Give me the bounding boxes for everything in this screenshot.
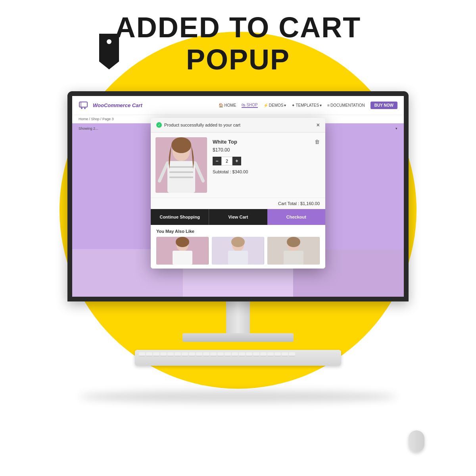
- svg-point-5: [84, 107, 86, 109]
- nav-documentation[interactable]: ≡ DOCUMENTATION: [327, 103, 365, 107]
- page-title-line2: POPUP: [0, 43, 476, 76]
- popup-success-message: ✓ Product successfully added to your car…: [156, 122, 240, 128]
- svg-point-1: [107, 39, 111, 44]
- nav-home[interactable]: 🏠 HOME: [219, 103, 236, 107]
- website-content: WooCommerce Cart 🏠 HOME 🛍 SHOP ⚡ DEMOS ▾…: [72, 96, 404, 297]
- monitor-stand-neck: [226, 301, 250, 333]
- also-like-title: You May Also Like: [156, 229, 320, 234]
- popup-action-buttons: Continue Shopping View Cart Checkout: [151, 209, 325, 225]
- svg-point-25: [287, 237, 300, 247]
- logo-text: WooCommerce Cart: [93, 102, 142, 108]
- page-title-line1: ADDED TO CART: [0, 12, 476, 43]
- product-image-svg: [155, 137, 207, 193]
- delete-icon[interactable]: 🗑: [315, 139, 320, 145]
- also-like-item-3[interactable]: [267, 237, 320, 265]
- nav-demos[interactable]: ⚡ DEMOS ▾: [263, 103, 286, 107]
- svg-marker-0: [99, 34, 119, 69]
- nav-items: 🏠 HOME 🛍 SHOP ⚡ DEMOS ▾ ✦ TEMPLATES ▾ ≡ …: [219, 102, 397, 109]
- page-title-area: ADDED TO CART POPUP: [0, 12, 476, 76]
- quantity-decrease-button[interactable]: −: [213, 157, 221, 165]
- monitor-screen: WooCommerce Cart 🏠 HOME 🛍 SHOP ⚡ DEMOS ▾…: [67, 91, 409, 301]
- tag-icon: [93, 34, 125, 69]
- svg-point-21: [231, 237, 245, 247]
- quantity-controls: − +: [213, 157, 321, 165]
- buy-now-button[interactable]: BUY NOW: [370, 102, 397, 109]
- checkout-button[interactable]: Checkout: [267, 209, 325, 225]
- also-like-item-2[interactable]: [212, 237, 264, 265]
- cart-total-bar: Cart Total : $1,160.00: [151, 198, 325, 209]
- continue-shopping-button[interactable]: Continue Shopping: [151, 209, 209, 225]
- mouse: [409, 430, 424, 452]
- monitor-wrapper: WooCommerce Cart 🏠 HOME 🛍 SHOP ⚡ DEMOS ▾…: [67, 91, 409, 366]
- keyboard: [135, 350, 341, 366]
- quantity-input[interactable]: [221, 157, 232, 165]
- monitor-bottom-shadow: [79, 391, 397, 403]
- svg-point-4: [81, 107, 83, 109]
- product-name: White Top: [213, 139, 321, 145]
- also-like-products: [156, 237, 320, 265]
- logo-cart-icon: [79, 101, 90, 110]
- keyboard-keys: [135, 350, 341, 359]
- also-like-item-1[interactable]: [156, 237, 209, 265]
- svg-rect-18: [173, 251, 192, 265]
- quantity-increase-button[interactable]: +: [232, 157, 241, 165]
- popup-close-button[interactable]: ×: [317, 122, 320, 128]
- popup-header: ✓ Product successfully added to your car…: [151, 118, 325, 132]
- popup-product-area: White Top $170.00 − + Subtotal : $340.00: [151, 132, 325, 198]
- svg-rect-2: [79, 102, 87, 107]
- svg-rect-22: [228, 251, 248, 265]
- product-price: $170.00: [213, 147, 321, 153]
- also-like-section: You May Also Like: [151, 225, 325, 269]
- delete-icon-area: 🗑: [315, 138, 320, 145]
- product-subtotal: Subtotal : $340.00: [213, 169, 321, 174]
- logo-area: WooCommerce Cart: [79, 101, 142, 110]
- nav-templates[interactable]: ✦ TEMPLATES ▾: [292, 103, 322, 107]
- svg-rect-26: [284, 251, 303, 265]
- svg-point-14: [171, 137, 191, 153]
- product-details: White Top $170.00 − + Subtotal : $340.00: [213, 137, 321, 193]
- product-image: [155, 137, 207, 193]
- nav-shop[interactable]: 🛍 SHOP: [242, 103, 257, 108]
- svg-point-17: [176, 237, 189, 247]
- popup-modal: ✓ Product successfully added to your car…: [151, 118, 325, 269]
- website-header: WooCommerce Cart 🏠 HOME 🛍 SHOP ⚡ DEMOS ▾…: [72, 96, 404, 115]
- success-icon: ✓: [156, 122, 162, 128]
- monitor-base: [182, 333, 294, 342]
- view-cart-button[interactable]: View Cart: [209, 209, 267, 225]
